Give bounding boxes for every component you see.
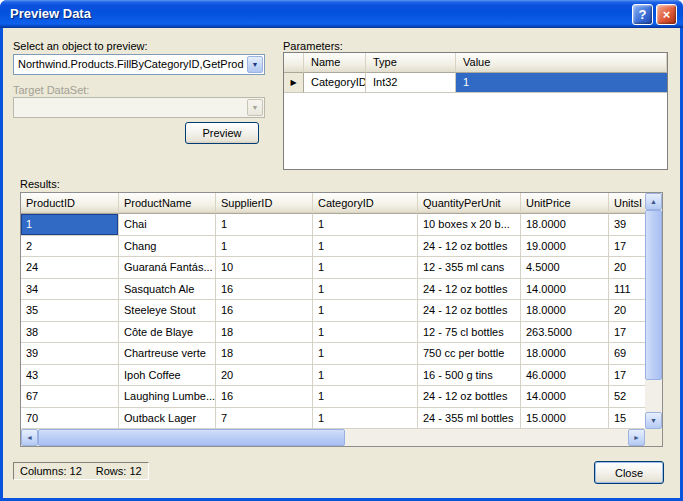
grid-cell[interactable]: 750 cc per bottle bbox=[418, 343, 521, 365]
parameters-column-header-name[interactable]: Name bbox=[304, 53, 366, 73]
titlebar[interactable]: Preview Data ? × bbox=[0, 0, 683, 28]
object-select-dropdown-button[interactable]: ▼ bbox=[247, 56, 263, 73]
grid-cell[interactable]: 10 bbox=[216, 257, 313, 279]
column-header-quantityperunit[interactable]: QuantityPerUnit bbox=[418, 193, 521, 214]
grid-cell[interactable]: 46.0000 bbox=[521, 365, 609, 387]
grid-cell[interactable]: 16 bbox=[216, 300, 313, 322]
grid-cell[interactable]: 24 - 12 oz bottles bbox=[418, 236, 521, 258]
grid-cell[interactable]: Sasquatch Ale bbox=[119, 279, 216, 301]
table-row[interactable]: 34Sasquatch Ale16124 - 12 oz bottles14.0… bbox=[21, 279, 645, 301]
grid-cell[interactable]: Outback Lager bbox=[119, 408, 216, 430]
table-row[interactable]: 24Guaraná Fantás...10112 - 355 ml cans4.… bbox=[21, 257, 645, 279]
scroll-down-button[interactable]: ▼ bbox=[645, 412, 662, 429]
grid-cell[interactable]: 18 bbox=[216, 343, 313, 365]
grid-cell[interactable]: 18.0000 bbox=[521, 300, 609, 322]
grid-cell[interactable]: 1 bbox=[313, 365, 418, 387]
grid-cell[interactable]: Laughing Lumbe... bbox=[119, 386, 216, 408]
grid-cell[interactable]: 17 bbox=[609, 322, 645, 344]
grid-cell[interactable]: Ipoh Coffee bbox=[119, 365, 216, 387]
grid-cell[interactable]: 20 bbox=[216, 365, 313, 387]
grid-cell[interactable]: Guaraná Fantás... bbox=[119, 257, 216, 279]
grid-cell[interactable]: 35 bbox=[21, 300, 119, 322]
table-row[interactable]: 67Laughing Lumbe...16124 - 12 oz bottles… bbox=[21, 386, 645, 408]
grid-cell[interactable]: 7 bbox=[216, 408, 313, 430]
preview-button[interactable]: Preview bbox=[185, 122, 259, 144]
parameter-row[interactable]: ▶ CategoryID Int32 1 bbox=[284, 73, 667, 93]
grid-cell[interactable]: 16 bbox=[216, 279, 313, 301]
parameter-type-cell[interactable]: Int32 bbox=[366, 73, 456, 93]
parameter-name-cell[interactable]: CategoryID bbox=[304, 73, 366, 93]
grid-cell[interactable]: 20 bbox=[609, 300, 645, 322]
grid-cell[interactable]: 2 bbox=[21, 236, 119, 258]
grid-cell[interactable]: 52 bbox=[609, 386, 645, 408]
grid-cell[interactable]: 34 bbox=[21, 279, 119, 301]
horizontal-scroll-track[interactable] bbox=[38, 429, 628, 446]
grid-cell[interactable]: 1 bbox=[313, 257, 418, 279]
horizontal-scroll-thumb[interactable] bbox=[38, 429, 345, 446]
grid-cell[interactable]: 24 bbox=[21, 257, 119, 279]
close-button[interactable]: Close bbox=[594, 461, 664, 484]
grid-cell[interactable]: 4.5000 bbox=[521, 257, 609, 279]
grid-cell[interactable]: Chai bbox=[119, 214, 216, 236]
grid-cell[interactable]: 1 bbox=[313, 279, 418, 301]
grid-cell[interactable]: 39 bbox=[609, 214, 645, 236]
grid-cell[interactable]: 1 bbox=[313, 300, 418, 322]
grid-cell[interactable]: Chartreuse verte bbox=[119, 343, 216, 365]
grid-cell[interactable]: 1 bbox=[216, 236, 313, 258]
grid-cell[interactable]: 12 - 355 ml cans bbox=[418, 257, 521, 279]
scroll-left-button[interactable]: ◄ bbox=[21, 429, 38, 446]
parameters-column-header-type[interactable]: Type bbox=[366, 53, 456, 73]
table-row[interactable]: 1Chai1110 boxes x 20 b...18.000039 bbox=[21, 214, 645, 236]
vertical-scroll-thumb[interactable] bbox=[645, 210, 662, 380]
column-header-unitprice[interactable]: UnitPrice bbox=[521, 193, 609, 214]
table-row[interactable]: 2Chang1124 - 12 oz bottles19.000017 bbox=[21, 236, 645, 258]
grid-cell[interactable]: 39 bbox=[21, 343, 119, 365]
grid-cell[interactable]: 18 bbox=[216, 322, 313, 344]
column-header-productid[interactable]: ProductID bbox=[21, 193, 119, 214]
grid-cell[interactable]: 111 bbox=[609, 279, 645, 301]
grid-cell[interactable]: 17 bbox=[609, 236, 645, 258]
grid-cell[interactable]: 17 bbox=[609, 365, 645, 387]
grid-cell[interactable]: 1 bbox=[313, 236, 418, 258]
help-button[interactable]: ? bbox=[632, 4, 653, 25]
grid-cell[interactable]: 19.0000 bbox=[521, 236, 609, 258]
grid-cell[interactable]: Chang bbox=[119, 236, 216, 258]
grid-cell[interactable]: 263.5000 bbox=[521, 322, 609, 344]
grid-cell[interactable]: 1 bbox=[313, 408, 418, 430]
grid-cell[interactable]: 24 - 12 oz bottles bbox=[418, 300, 521, 322]
grid-cell[interactable]: 16 bbox=[216, 386, 313, 408]
grid-cell[interactable]: 18.0000 bbox=[521, 343, 609, 365]
scroll-right-button[interactable]: ► bbox=[628, 429, 645, 446]
table-row[interactable]: 39Chartreuse verte181750 cc per bottle18… bbox=[21, 343, 645, 365]
grid-cell[interactable]: 16 - 500 g tins bbox=[418, 365, 521, 387]
grid-cell[interactable]: 20 bbox=[609, 257, 645, 279]
column-header-productname[interactable]: ProductName bbox=[119, 193, 216, 214]
table-row[interactable]: 70Outback Lager7124 - 355 ml bottles15.0… bbox=[21, 408, 645, 430]
column-header-unitsinstock[interactable]: UnitsI bbox=[609, 193, 645, 214]
horizontal-scrollbar[interactable]: ◄ ► bbox=[21, 429, 645, 446]
grid-cell[interactable]: 24 - 12 oz bottles bbox=[418, 386, 521, 408]
grid-cell[interactable]: 14.0000 bbox=[521, 279, 609, 301]
column-header-supplierid[interactable]: SupplierID bbox=[216, 193, 313, 214]
grid-cell[interactable]: 69 bbox=[609, 343, 645, 365]
grid-cell[interactable]: 10 boxes x 20 b... bbox=[418, 214, 521, 236]
parameters-column-header-value[interactable]: Value bbox=[456, 53, 667, 73]
grid-cell[interactable]: 12 - 75 cl bottles bbox=[418, 322, 521, 344]
table-row[interactable]: 38Côte de Blaye18112 - 75 cl bottles263.… bbox=[21, 322, 645, 344]
vertical-scrollbar[interactable]: ▲ ▼ bbox=[645, 193, 662, 429]
grid-cell[interactable]: 24 - 12 oz bottles bbox=[418, 279, 521, 301]
close-window-button[interactable]: × bbox=[656, 4, 677, 25]
object-select-combobox[interactable]: Northwind.Products.FillByCategoryID,GetP… bbox=[13, 54, 265, 75]
grid-cell[interactable]: 1 bbox=[313, 343, 418, 365]
grid-cell[interactable]: 43 bbox=[21, 365, 119, 387]
grid-cell[interactable]: Steeleye Stout bbox=[119, 300, 216, 322]
vertical-scroll-track[interactable] bbox=[645, 210, 662, 412]
grid-cell[interactable]: 18.0000 bbox=[521, 214, 609, 236]
grid-cell[interactable]: 1 bbox=[216, 214, 313, 236]
grid-cell[interactable]: 15.0000 bbox=[521, 408, 609, 430]
grid-cell[interactable]: 1 bbox=[313, 214, 418, 236]
grid-cell[interactable]: 38 bbox=[21, 322, 119, 344]
parameter-value-cell[interactable]: 1 bbox=[456, 73, 667, 93]
table-row[interactable]: 43Ipoh Coffee20116 - 500 g tins46.000017 bbox=[21, 365, 645, 387]
scroll-up-button[interactable]: ▲ bbox=[645, 193, 662, 210]
